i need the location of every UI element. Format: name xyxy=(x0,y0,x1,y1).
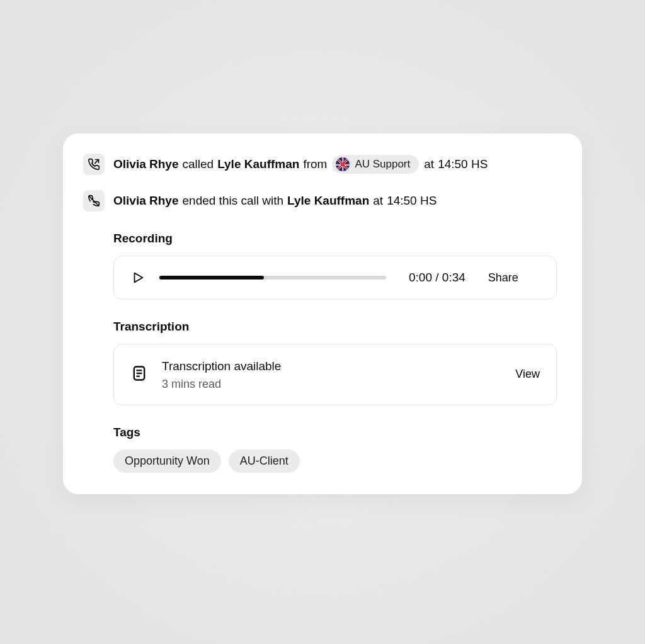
team-chip[interactable]: AU Support xyxy=(332,155,419,174)
phone-hangup-icon xyxy=(83,190,105,212)
recording-total: 0:34 xyxy=(442,271,465,284)
tag-chip[interactable]: AU-Client xyxy=(229,449,300,473)
recording-section: Recording 0:00 / 0:34 Share xyxy=(113,232,557,300)
call-started-text: Olivia Rhye called Lyle Kauffman from AU… xyxy=(113,155,488,174)
call-ended-time: 14:50 HS xyxy=(387,193,437,209)
recording-time: 0:00 / 0:34 xyxy=(409,271,465,285)
recording-panel: 0:00 / 0:34 Share xyxy=(113,256,557,300)
transcription-title: Transcription available xyxy=(162,358,501,375)
call-started-time: 14:50 HS xyxy=(438,157,488,172)
at-word: at xyxy=(424,157,434,172)
play-button[interactable] xyxy=(130,270,146,285)
ender-name: Olivia Rhye xyxy=(113,193,179,209)
call-started-row: Olivia Rhye called Lyle Kauffman from AU… xyxy=(83,154,557,175)
called-verb: called xyxy=(183,157,214,172)
caller-name: Olivia Rhye xyxy=(113,157,179,172)
transcription-panel: Transcription available 3 mins read View xyxy=(113,344,557,405)
tag-chip[interactable]: Opportunity Won xyxy=(113,449,221,473)
document-icon xyxy=(130,364,148,385)
phone-outgoing-icon xyxy=(83,154,105,175)
recording-current: 0:00 xyxy=(409,271,432,284)
recording-progress[interactable] xyxy=(159,276,386,280)
tags-section: Tags Opportunity Won AU-Client xyxy=(113,426,557,473)
transcription-heading: Transcription xyxy=(113,320,557,334)
team-label: AU Support xyxy=(355,157,410,171)
ended-at-word: at xyxy=(373,193,383,209)
tags-heading: Tags xyxy=(113,426,557,439)
au-flag-icon xyxy=(336,157,350,171)
svg-marker-1 xyxy=(135,273,143,283)
transcription-section: Transcription Transcription available 3 … xyxy=(113,320,557,405)
call-ended-row: Olivia Rhye ended this call with Lyle Ka… xyxy=(83,190,557,212)
ended-callee-name: Lyle Kauffman xyxy=(287,193,369,209)
call-activity-card: Olivia Rhye called Lyle Kauffman from AU… xyxy=(63,133,582,494)
recording-sep: / xyxy=(432,271,442,284)
transcription-sub: 3 mins read xyxy=(162,378,501,391)
recording-heading: Recording xyxy=(113,232,557,246)
recording-progress-fill xyxy=(159,276,264,280)
tags-list: Opportunity Won AU-Client xyxy=(113,449,557,473)
call-ended-text: Olivia Rhye ended this call with Lyle Ka… xyxy=(113,193,437,209)
callee-name: Lyle Kauffman xyxy=(217,157,299,172)
share-button[interactable]: Share xyxy=(488,271,518,285)
view-transcription-button[interactable]: View xyxy=(515,368,540,381)
from-word: from xyxy=(303,157,327,172)
ended-verb: ended this call with xyxy=(183,193,284,209)
